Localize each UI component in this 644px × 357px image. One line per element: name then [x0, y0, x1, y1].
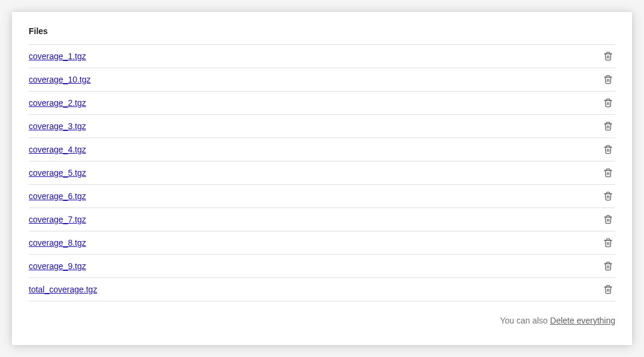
file-row: coverage_2.tgz [29, 91, 615, 115]
delete-everything-link[interactable]: Delete everything [550, 316, 615, 325]
file-row: total_coverage.tgz [29, 278, 615, 301]
file-row: coverage_10.tgz [29, 68, 615, 91]
trash-icon[interactable] [603, 215, 613, 224]
footer-text: You can also [500, 316, 550, 325]
file-link[interactable]: coverage_2.tgz [29, 98, 86, 108]
trash-icon[interactable] [603, 145, 613, 154]
file-row: coverage_9.tgz [29, 255, 615, 278]
files-header: Files [29, 26, 615, 45]
trash-icon[interactable] [603, 238, 613, 248]
trash-icon[interactable] [603, 285, 613, 294]
trash-icon[interactable] [603, 191, 613, 201]
file-list: coverage_1.tgzcoverage_10.tgzcoverage_2.… [29, 45, 615, 301]
trash-icon[interactable] [603, 121, 613, 131]
file-row: coverage_4.tgz [29, 138, 615, 161]
trash-icon[interactable] [603, 261, 613, 271]
trash-icon[interactable] [603, 75, 613, 84]
file-link[interactable]: coverage_3.tgz [29, 121, 86, 131]
trash-icon[interactable] [603, 51, 613, 61]
file-link[interactable]: coverage_9.tgz [29, 261, 86, 271]
file-link[interactable]: coverage_6.tgz [29, 191, 86, 201]
file-link[interactable]: coverage_8.tgz [29, 238, 86, 248]
file-link[interactable]: coverage_1.tgz [29, 51, 86, 61]
trash-icon[interactable] [603, 168, 613, 178]
footer: You can also Delete everything [29, 316, 615, 325]
file-row: coverage_6.tgz [29, 185, 615, 208]
files-card: Files coverage_1.tgzcoverage_10.tgzcover… [12, 12, 632, 345]
trash-icon[interactable] [603, 98, 613, 108]
file-row: coverage_5.tgz [29, 161, 615, 185]
file-row: coverage_3.tgz [29, 115, 615, 138]
file-link[interactable]: total_coverage.tgz [29, 285, 97, 294]
file-row: coverage_1.tgz [29, 45, 615, 68]
file-link[interactable]: coverage_5.tgz [29, 168, 86, 178]
file-link[interactable]: coverage_7.tgz [29, 215, 86, 224]
file-link[interactable]: coverage_4.tgz [29, 145, 86, 154]
file-link[interactable]: coverage_10.tgz [29, 75, 91, 84]
file-row: coverage_7.tgz [29, 208, 615, 231]
file-row: coverage_8.tgz [29, 231, 615, 255]
